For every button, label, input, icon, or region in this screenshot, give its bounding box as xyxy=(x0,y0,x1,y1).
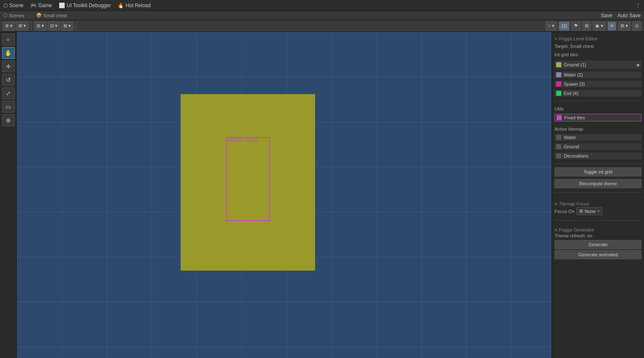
tilemap-focus-title: Tilemap Focus xyxy=(555,201,641,206)
menu-item-hot-reload[interactable]: 🔥 Hot Reload xyxy=(118,3,151,8)
tilemap-decorations-color xyxy=(556,153,561,158)
menu-item-scene[interactable]: ⬡ Scene xyxy=(3,3,24,8)
toolbar-group-transform: ⊕ ▾ ⊞ ▾ xyxy=(3,21,32,31)
main-layout: ≡ ✋ ✛ ↺ ⤢ ▭ ⊕ FIXED TILES Frigga Level E… xyxy=(0,32,644,358)
divider-3 xyxy=(555,192,641,193)
toolbar-pivot-btn[interactable]: ⊕ ▾ xyxy=(3,21,15,31)
toolbar: ⊕ ▾ ⊞ ▾ ⊞ ▾ ⊟ ▾ ⊞ ▾ ○ ▾ 2D ⚑ ⊞ ◉ ▾ ✛ ⊞ ▾… xyxy=(0,20,644,32)
menu-label-hot-reload: Hot Reload xyxy=(126,3,151,8)
scale-tool[interactable]: ⤢ xyxy=(2,87,15,99)
left-sidebar: ≡ ✋ ✛ ↺ ⤢ ▭ ⊕ xyxy=(0,32,17,358)
toolbar-2d-btn[interactable]: 2D xyxy=(559,21,570,31)
top-menu-bar: ⬡ Scene 🎮 Game ⬜ UI Toolkit Debugger 🔥 H… xyxy=(0,0,644,11)
ui-toolkit-icon: ⬜ xyxy=(59,3,65,8)
toolbar-align-btn[interactable]: ⊞ ▾ xyxy=(61,21,74,31)
canvas-area[interactable]: FIXED TILES xyxy=(17,32,552,358)
divider-2 xyxy=(555,163,641,164)
divider-1 xyxy=(555,101,641,101)
exit-color xyxy=(556,91,561,96)
generator-title-text: Frigga Generator xyxy=(559,227,594,232)
int-grid-item-water[interactable]: Water (2) xyxy=(555,71,641,78)
focus-row: Focus On ⊞ None ▾ xyxy=(555,207,641,215)
menu-label-ui-toolkit: UI Toolkit Debugger xyxy=(67,3,111,8)
water-color xyxy=(556,72,561,77)
editor-title: Frigga Level Editor xyxy=(555,36,641,41)
generate-button[interactable]: Generate xyxy=(555,240,641,249)
focus-dropdown-arrow: ▾ xyxy=(597,209,599,213)
target-name: Small chest xyxy=(43,13,67,18)
int-grid-item-ground[interactable]: Ground (1) ● xyxy=(555,61,641,69)
spawn-label: Spawn (3) xyxy=(564,82,640,87)
toolbar-circle-btn[interactable]: ○ ▾ xyxy=(545,21,557,31)
generate-animated-button[interactable]: Generate animated xyxy=(555,250,641,259)
tilemap-decorations[interactable]: Decorations xyxy=(555,153,641,159)
focus-grid-icon: ⊞ xyxy=(579,208,583,214)
scene-icon: ⬡ xyxy=(3,3,8,8)
utils-label: Utils xyxy=(555,106,641,111)
active-tilemap-label: Active tilemap xyxy=(555,126,641,132)
menu-item-ui-toolkit[interactable]: ⬜ UI Toolkit Debugger xyxy=(59,3,111,8)
theme-refresh-label: Theme refresh: on xyxy=(555,233,641,238)
hot-reload-icon: 🔥 xyxy=(118,3,124,8)
ground-color xyxy=(556,62,561,67)
hand-tool[interactable]: ✋ xyxy=(2,47,15,59)
target-icon: 📦 xyxy=(36,13,42,18)
more-menu-button[interactable]: ⋮ xyxy=(636,3,641,8)
toolbar-snap-btn[interactable]: ⊞ ▾ xyxy=(34,21,47,31)
scenes-icon: ⬡ xyxy=(3,13,8,18)
tilemap-water-text: Water xyxy=(564,135,576,140)
tilemap-water[interactable]: Water xyxy=(555,134,641,141)
toolbar-global-btn[interactable]: ⊞ ▾ xyxy=(16,21,29,31)
toolbar-view-btn[interactable]: ◉ ▾ xyxy=(593,21,606,31)
rect-tool[interactable]: ▭ xyxy=(2,101,15,113)
int-grid-item-spawn[interactable]: Spawn (3) xyxy=(555,81,641,87)
water-label: Water (2) xyxy=(564,72,640,77)
ground-label: Ground (1) xyxy=(564,62,636,67)
game-icon: 🎮 xyxy=(30,3,37,8)
exit-label: Exit (4) xyxy=(564,91,640,96)
tilemap-focus-title-text: Tilemap Focus xyxy=(559,201,589,206)
save-label: Save xyxy=(601,13,612,18)
toolbar-target-btn[interactable]: ◎ xyxy=(632,21,641,31)
focus-dropdown[interactable]: ⊞ None ▾ xyxy=(576,207,602,215)
menu-item-game[interactable]: 🎮 Game xyxy=(30,3,52,8)
rotate-tool[interactable]: ↺ xyxy=(2,74,15,86)
divider-4 xyxy=(555,220,641,221)
tilemap-decorations-text: Decorations xyxy=(564,153,589,158)
fixed-tiles-label: FIXED TILES xyxy=(228,137,258,143)
scenes-button[interactable]: ⬡ Scenes xyxy=(3,13,24,18)
toolbar-gizmo-btn[interactable]: ✛ xyxy=(607,21,616,31)
generator-title: Frigga Generator xyxy=(555,227,641,232)
focus-none-text: None xyxy=(585,209,596,214)
toolbar-right: ○ ▾ 2D ⚑ ⊞ ◉ ▾ ✛ ⊞ ▾ ◎ xyxy=(545,21,641,31)
move-tool[interactable]: ✛ xyxy=(2,61,15,72)
auto-save-label: Auto Save xyxy=(618,13,641,18)
focus-on-label: Focus On xyxy=(555,209,575,214)
auto-save-button[interactable]: Auto Save xyxy=(618,13,641,18)
toolbar-render-btn[interactable]: ⊞ ▾ xyxy=(618,21,631,31)
toolbar-flag-btn[interactable]: ⚑ xyxy=(571,21,581,31)
tilemap-ground[interactable]: Ground xyxy=(555,143,641,150)
toolbar-group-snap: ⊞ ▾ ⊟ ▾ ⊞ ▾ xyxy=(34,21,76,31)
save-button[interactable]: Save xyxy=(601,13,612,18)
scene-bar: ⬡ Scenes › 📦 Small chest Save Auto Save xyxy=(0,11,644,20)
menu-label-scene: Scene xyxy=(9,3,24,8)
tilemap-ground-color xyxy=(556,144,561,149)
fixed-tiles-row[interactable]: Fixed tiles xyxy=(555,114,641,121)
toggle-int-grid-button[interactable]: Toggle int grid xyxy=(555,167,641,176)
custom-tool[interactable]: ⊕ xyxy=(2,114,15,126)
toolbar-layers-btn[interactable]: ⊞ xyxy=(582,21,591,31)
tilemap-ground-text: Ground xyxy=(564,144,579,149)
toolbar-menu-btn[interactable]: ≡ xyxy=(2,34,15,45)
int-grid-item-exit[interactable]: Exit (4) xyxy=(555,90,641,97)
fixed-tiles-text: Fixed tiles xyxy=(564,115,585,120)
tilemap-focus-section: Tilemap Focus Focus On ⊞ None ▾ xyxy=(555,200,641,217)
scenes-label: Scenes xyxy=(9,13,24,18)
toolbar-grid-btn[interactable]: ⊟ ▾ xyxy=(47,21,60,31)
fixed-tiles-box: FIXED TILES xyxy=(226,137,270,221)
target-label[interactable]: 📦 Small chest xyxy=(36,13,67,18)
int-grid-title: Int grid tiles xyxy=(555,52,641,57)
tilemap-water-color xyxy=(556,135,561,140)
recompute-theme-button[interactable]: Recompute theme xyxy=(555,179,641,188)
more-icon: ⋮ xyxy=(636,3,641,8)
